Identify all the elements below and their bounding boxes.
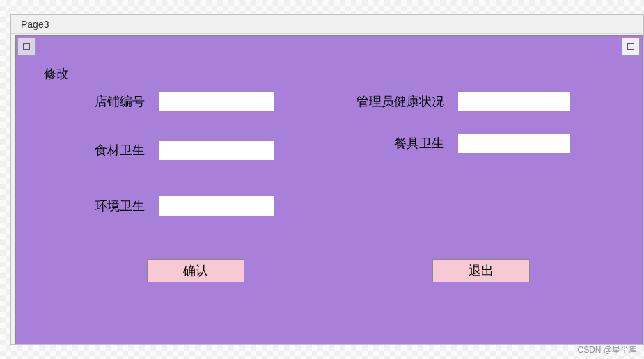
row-dishware-hygiene: 餐具卫生 (291, 134, 570, 153)
confirm-button-label: 确认 (183, 262, 208, 279)
confirm-button[interactable]: 确认 (147, 259, 244, 282)
square-icon (627, 43, 634, 50)
row-food-hygiene: 食材卫生 (82, 141, 274, 160)
label-dishware-hygiene: 餐具卫生 (291, 135, 444, 152)
row-shop-id: 店铺编号 (82, 92, 274, 111)
label-env-hygiene: 环境卫生 (82, 198, 145, 214)
section-title: 修改 (44, 65, 69, 82)
client-area: 修改 店铺编号 食材卫生 环境卫生 管理员健康状况 餐具卫生 确认 退出 (15, 35, 643, 344)
watermark: CSDN @星尘库 (577, 344, 637, 356)
window-title: Page3 (21, 19, 49, 30)
exit-button[interactable]: 退出 (432, 259, 530, 282)
label-manager-health: 管理员健康状况 (291, 93, 444, 110)
row-env-hygiene: 环境卫生 (82, 196, 274, 216)
system-box-right[interactable] (622, 38, 640, 56)
square-icon (23, 43, 30, 50)
label-food-hygiene: 食材卫生 (82, 142, 145, 159)
input-shop-id[interactable] (159, 92, 274, 111)
window-frame: Page3 修改 店铺编号 食材卫生 环境卫生 管理员健康状况 餐具卫生 (10, 14, 644, 345)
titlebar[interactable]: Page3 (11, 15, 643, 34)
input-food-hygiene[interactable] (159, 141, 274, 160)
system-box-left[interactable] (17, 38, 36, 56)
label-shop-id: 店铺编号 (82, 93, 145, 110)
input-dishware-hygiene[interactable] (458, 134, 570, 153)
input-env-hygiene[interactable] (159, 196, 274, 216)
exit-button-label: 退出 (469, 262, 494, 279)
row-manager-health: 管理员健康状况 (291, 92, 570, 111)
input-manager-health[interactable] (458, 92, 570, 111)
